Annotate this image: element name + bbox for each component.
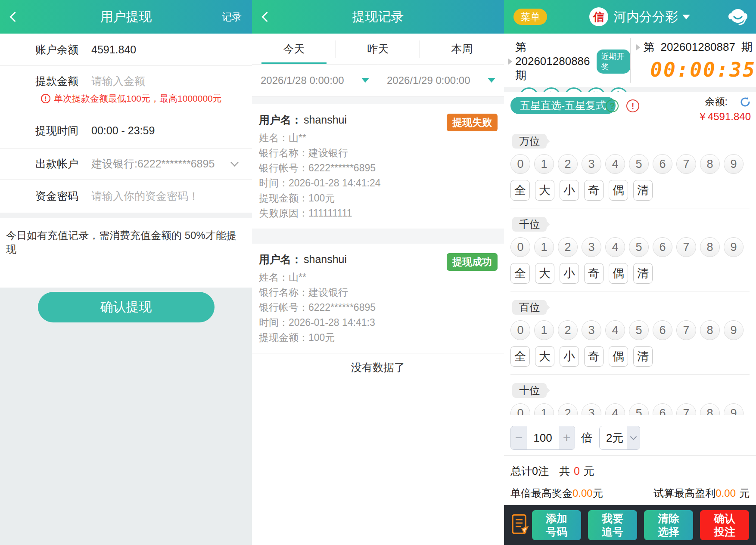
bet-slip-icon[interactable] [511,513,529,537]
number-ball-4[interactable]: 4 [605,320,625,340]
records-screen: 提现记录 今天 昨天 本周 2026/1/28 0:00:00 2026/1/2… [252,0,504,545]
lottery-selector[interactable]: 河内分分彩 [613,0,690,34]
clear-selection-button[interactable]: 清除选择 [644,510,693,540]
max-prize: 单倍最高奖金0.00元 [510,486,603,505]
quick-pick-clear[interactable]: 清 [633,346,653,367]
number-ball-0[interactable]: 0 [510,320,530,340]
number-ball-9[interactable]: 9 [724,320,744,340]
number-ball-2[interactable]: 2 [558,320,578,340]
unit-value: 2元 [600,426,627,449]
quick-pick-all[interactable]: 全 [510,263,530,284]
number-ball-4[interactable]: 4 [605,237,625,257]
number-ball-8[interactable]: 8 [700,320,720,340]
number-ball-5[interactable]: 5 [629,237,649,257]
number-ball-4[interactable]: 4 [605,403,625,415]
triangle-icon [636,44,640,50]
number-ball-2[interactable]: 2 [558,403,578,415]
number-ball-7[interactable]: 7 [676,154,696,174]
quick-pick-all[interactable]: 全 [510,180,530,201]
number-ball-6[interactable]: 6 [653,237,672,257]
quick-pick-big[interactable]: 大 [535,263,554,284]
menu-button[interactable]: 菜单 [513,9,547,25]
quick-pick-odd[interactable]: 奇 [584,180,604,201]
confirm-withdraw-button[interactable]: 确认提现 [38,292,215,322]
caret-down-icon [682,15,690,19]
quick-pick-big[interactable]: 大 [535,346,554,367]
number-ball-6[interactable]: 6 [653,320,672,340]
number-ball-1[interactable]: 1 [534,237,554,257]
number-ball-7[interactable]: 7 [676,237,696,257]
quick-pick-odd[interactable]: 奇 [584,263,604,284]
record-line: 银行名称：建设银行 [259,285,497,300]
number-ball-9[interactable]: 9 [724,403,744,415]
number-ball-5[interactable]: 5 [629,403,649,415]
quick-pick-even[interactable]: 偶 [609,180,628,201]
quick-pick-clear[interactable]: 清 [633,263,653,284]
number-ball-3[interactable]: 3 [582,237,601,257]
add-numbers-button[interactable]: 添加号码 [532,510,581,540]
total-label: 共 [559,464,570,478]
next-period-suffix: 期 [741,40,753,55]
date-from-picker[interactable]: 2026/1/28 0:00:00 [252,65,378,96]
number-ball-2[interactable]: 2 [558,154,578,174]
number-ball-9[interactable]: 9 [724,237,744,257]
confirm-bet-button[interactable]: 确认投注 [700,510,749,540]
username-label: 用户名： [259,252,302,266]
quick-pick-small[interactable]: 小 [560,180,579,201]
number-ball-8[interactable]: 8 [700,237,720,257]
records-link[interactable]: 记录 [222,10,242,24]
number-ball-5[interactable]: 5 [629,320,649,340]
quick-pick-even[interactable]: 偶 [609,346,628,367]
number-ball-6[interactable]: 6 [653,403,672,415]
number-ball-1[interactable]: 1 [534,154,554,174]
number-ball-3[interactable]: 3 [582,403,601,415]
chase-numbers-button[interactable]: 我要追号 [588,510,637,540]
number-ball-0[interactable]: 0 [510,154,530,174]
tab-yesterday[interactable]: 昨天 [336,34,420,64]
number-ball-0[interactable]: 0 [510,403,530,415]
status-badge: 提现失败 [447,114,498,131]
quick-pick-odd[interactable]: 奇 [584,346,604,367]
amount-label: 提款金额 [35,74,91,88]
digit-section-label: 万位 [512,134,547,149]
quick-pick-clear[interactable]: 清 [633,180,653,201]
record-line: 姓名：山** [259,130,497,146]
quick-pick-all[interactable]: 全 [510,346,530,367]
quick-pick-small[interactable]: 小 [560,346,579,367]
number-ball-1[interactable]: 1 [534,403,554,415]
customer-service-icon[interactable] [728,7,748,28]
tab-this-week[interactable]: 本周 [420,34,504,64]
number-ball-3[interactable]: 3 [582,320,601,340]
quick-pick-small[interactable]: 小 [560,263,579,284]
refresh-icon[interactable] [740,96,751,108]
number-ball-7[interactable]: 7 [676,320,696,340]
help-icon[interactable]: ? [606,99,619,112]
number-ball-6[interactable]: 6 [653,154,672,174]
amount-warning: ! 单次提款金额最低100元，最高1000000元 [41,93,252,105]
number-ball-4[interactable]: 4 [605,154,625,174]
number-ball-5[interactable]: 5 [629,154,649,174]
recent-draws-button[interactable]: 近期开奖 [597,50,630,74]
unit-select[interactable]: 2元 [599,426,640,450]
number-ball-9[interactable]: 9 [724,154,744,174]
number-ball-3[interactable]: 3 [582,154,601,174]
minus-button[interactable]: − [511,426,527,449]
quick-pick-big[interactable]: 大 [535,180,554,201]
tab-today[interactable]: 今天 [252,34,336,64]
chevron-down-icon[interactable] [230,158,238,166]
number-ball-8[interactable]: 8 [700,403,720,415]
quick-pick-even[interactable]: 偶 [609,263,628,284]
number-ball-2[interactable]: 2 [558,237,578,257]
number-ball-8[interactable]: 8 [700,154,720,174]
bet-type-selector[interactable]: 五星直选-五星复式 [510,97,616,114]
fund-password-input[interactable] [91,190,221,202]
number-ball-7[interactable]: 7 [676,403,696,415]
plus-button[interactable]: + [559,426,575,449]
amount-input[interactable] [91,75,221,87]
alert-icon[interactable]: ! [626,99,639,112]
number-ball-1[interactable]: 1 [534,320,554,340]
payout-account-row[interactable]: 出款帐户 建设银行:6222*******6895 [0,149,252,180]
number-ball-0[interactable]: 0 [510,237,530,257]
date-to-picker[interactable]: 2026/1/29 0:00:00 [378,65,504,96]
message-badge[interactable]: 信 [589,7,608,26]
